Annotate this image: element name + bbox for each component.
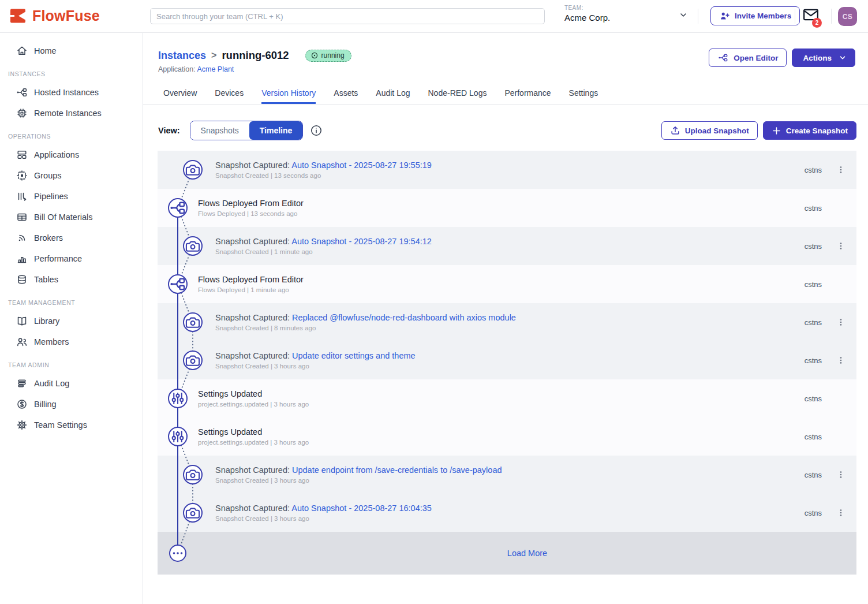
flowfuse-logo[interactable]: FlowFuse — [10, 8, 100, 24]
snapshot-link[interactable]: Auto Snapshot - 2025-08-27 19:54:12 — [291, 237, 432, 246]
actions-button[interactable]: Actions — [792, 49, 855, 67]
tab-audit-log[interactable]: Audit Log — [376, 82, 410, 104]
tab-settings[interactable]: Settings — [569, 82, 598, 104]
row-options-button[interactable] — [835, 467, 847, 483]
sidebar-item-bill-of-materials[interactable]: Bill Of Materials — [0, 207, 143, 228]
info-icon[interactable] — [310, 125, 322, 136]
event-subtitle: Snapshot Created | 3 hours ago — [215, 477, 805, 484]
event-user: cstns — [805, 280, 822, 289]
sidebar-item-home[interactable]: Home — [0, 40, 143, 61]
sidebar-item-members[interactable]: Members — [0, 331, 143, 352]
timeline-row: Settings Updatedproject.settings.updated… — [158, 417, 856, 456]
event-subtitle: Snapshot Created | 3 hours ago — [215, 515, 805, 522]
row-options-button[interactable] — [835, 352, 847, 368]
version-history-timeline: Snapshot Captured: Auto Snapshot - 2025-… — [158, 151, 856, 575]
timeline-row: Snapshot Captured: Replaced @flowfuse/no… — [158, 303, 856, 341]
plus-icon — [772, 126, 781, 136]
row-options-button[interactable] — [835, 162, 847, 178]
sidebar-item-pipelines[interactable]: Pipelines — [0, 186, 143, 207]
view-toggle-timeline[interactable]: Timeline — [249, 121, 303, 140]
sidebar-item-label: Members — [34, 337, 69, 346]
sidebar-section-team-admin: TEAM ADMIN — [0, 352, 143, 373]
sidebar-item-label: Team Settings — [34, 420, 87, 430]
performance-icon — [16, 253, 28, 264]
page-header: Instances > running-6012 running Applica… — [143, 33, 868, 75]
sidebar-item-performance[interactable]: Performance — [0, 248, 143, 269]
target-icon — [310, 51, 319, 59]
tab-performance[interactable]: Performance — [504, 82, 551, 104]
event-subtitle: Snapshot Created | 8 minutes ago — [215, 325, 805, 331]
header-divider — [698, 9, 698, 24]
event-user: cstns — [805, 509, 822, 517]
chevron-down-icon[interactable] — [679, 10, 688, 20]
timeline-row: Settings Updatedproject.settings.updated… — [158, 379, 856, 417]
tab-assets[interactable]: Assets — [334, 82, 358, 104]
remote-instances-icon — [16, 107, 28, 119]
sidebar-item-hosted-instances[interactable]: Hosted Instances — [0, 82, 143, 103]
application-link[interactable]: Acme Plant — [197, 65, 234, 73]
team-search-input[interactable] — [150, 8, 545, 24]
create-snapshot-button[interactable]: Create Snapshot — [763, 121, 856, 140]
avatar[interactable]: CS — [838, 7, 857, 26]
event-subtitle: Snapshot Created | 13 seconds ago — [215, 172, 805, 179]
notifications-button[interactable]: 2 — [803, 8, 820, 23]
event-title-prefix: Snapshot Captured: — [215, 351, 292, 360]
event-subtitle: project.settings.updated | 3 hours ago — [198, 401, 805, 408]
event-title: Settings Updated — [198, 427, 805, 437]
brokers-icon — [16, 232, 28, 244]
open-editor-button[interactable]: Open Editor — [709, 49, 787, 67]
hosted-instances-icon — [16, 87, 28, 98]
invite-members-button[interactable]: Invite Members — [710, 6, 800, 25]
tab-node-red-logs[interactable]: Node-RED Logs — [428, 82, 487, 104]
sidebar-item-label: Tables — [34, 275, 58, 284]
view-label: View: — [158, 126, 180, 135]
load-more-button[interactable]: Load More — [507, 549, 547, 558]
view-toggle: Snapshots Timeline — [190, 121, 304, 140]
event-user: cstns — [805, 166, 822, 174]
row-options-button[interactable] — [835, 238, 847, 254]
tab-devices[interactable]: Devices — [215, 82, 244, 104]
view-toolbar: View: Snapshots Timeline Upload Snapshot… — [143, 105, 868, 151]
snapshot-link[interactable]: Update editor settings and theme — [292, 351, 416, 360]
breadcrumb-separator: > — [211, 50, 216, 61]
snapshot-link[interactable]: Update endpoint from /save-credentials t… — [292, 465, 502, 475]
event-user: cstns — [805, 318, 822, 327]
sidebar-item-remote-instances[interactable]: Remote Instances — [0, 103, 143, 124]
sidebar-item-label: Billing — [34, 400, 57, 409]
sidebar-item-audit-log[interactable]: Audit Log — [0, 373, 143, 394]
invite-members-label: Invite Members — [735, 12, 791, 20]
view-toggle-snapshots[interactable]: Snapshots — [190, 121, 249, 140]
upload-icon — [670, 125, 680, 136]
timeline-row: Snapshot Captured: Auto Snapshot - 2025-… — [158, 151, 856, 189]
sidebar-item-label: Applications — [34, 150, 79, 159]
tab-overview[interactable]: Overview — [163, 82, 197, 104]
event-title: Snapshot Captured: Update endpoint from … — [215, 465, 805, 475]
event-title: Snapshot Captured: Auto Snapshot - 2025-… — [215, 237, 805, 246]
sidebar-item-label: Groups — [34, 171, 62, 180]
sidebar-item-groups[interactable]: Groups — [0, 165, 143, 186]
timeline-row: Flows Deployed From EditorFlows Deployed… — [158, 189, 856, 227]
sidebar-item-tables[interactable]: Tables — [0, 269, 143, 290]
sidebar-item-brokers[interactable]: Brokers — [0, 228, 143, 248]
sidebar-item-library[interactable]: Library — [0, 311, 143, 331]
sidebar-item-billing[interactable]: Billing — [0, 394, 143, 415]
snapshot-link[interactable]: Auto Snapshot - 2025-08-27 16:04:35 — [291, 504, 432, 513]
instance-name: running-6012 — [222, 49, 289, 62]
upload-snapshot-button[interactable]: Upload Snapshot — [661, 121, 758, 140]
snapshot-link[interactable]: Replaced @flowfuse/node-red-dashboard wi… — [292, 313, 516, 322]
row-options-button[interactable] — [835, 505, 847, 521]
user-plus-icon — [719, 10, 730, 21]
breadcrumb-instances-link[interactable]: Instances — [158, 50, 206, 62]
billing-icon — [16, 398, 28, 410]
tables-icon — [16, 274, 28, 285]
event-title: Snapshot Captured: Auto Snapshot - 2025-… — [215, 161, 805, 170]
tab-version-history[interactable]: Version History — [261, 82, 316, 104]
sidebar-item-applications[interactable]: Applications — [0, 144, 143, 165]
event-title: Flows Deployed From Editor — [198, 275, 805, 284]
row-options-button[interactable] — [835, 314, 847, 330]
team-selector[interactable]: TEAM: Acme Corp. — [564, 5, 610, 23]
sidebar-item-team-settings[interactable]: Team Settings — [0, 415, 143, 435]
snapshot-link[interactable]: Auto Snapshot - 2025-08-27 19:55:19 — [291, 161, 432, 170]
application-label: Application: — [158, 65, 196, 73]
load-more-row: Load More — [158, 532, 856, 575]
